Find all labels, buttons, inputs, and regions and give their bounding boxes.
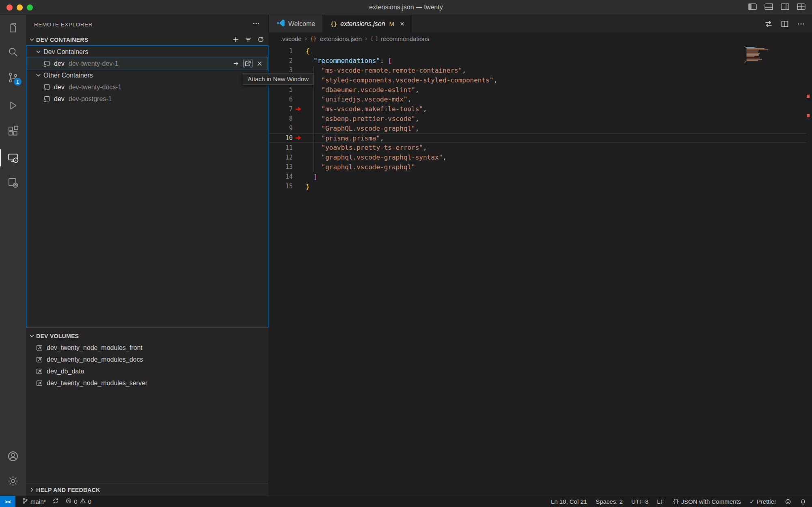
cursor-position-status[interactable]: Ln 10, Col 21 [551, 496, 587, 507]
explorer-icon[interactable] [7, 22, 19, 34]
open-changes-icon[interactable] [764, 19, 773, 28]
gutter [293, 123, 306, 133]
search-icon[interactable] [7, 46, 19, 58]
sync-changes-button[interactable] [52, 496, 59, 507]
code-text: "recommendations": [ [306, 57, 392, 65]
breadcrumb-file[interactable]: extensions.json [320, 35, 362, 42]
add-container-icon[interactable] [232, 36, 239, 43]
code-editor[interactable]: 1{2 "recommendations": [3 "ms-vscode-rem… [269, 45, 812, 496]
more-actions-icon[interactable] [797, 19, 806, 28]
code-line-11[interactable]: 11 "yoavbls.pretty-ts-errors", [269, 143, 806, 153]
container-item-dev-twenty-docs-1[interactable]: devdev-twenty-docs-1 [26, 81, 268, 93]
code-line-10[interactable]: 10 "prisma.prisma", [269, 133, 806, 143]
zoom-window-button[interactable] [27, 4, 33, 11]
tree-group-label: Dev Containers [43, 48, 88, 56]
accounts-icon[interactable] [7, 450, 19, 462]
eol-status[interactable]: LF [657, 496, 664, 507]
filter-icon[interactable] [245, 36, 252, 43]
tree-group-other-containers[interactable]: Other Containers [26, 69, 268, 81]
code-line-12[interactable]: 12 "graphql.vscode-graphql-syntax", [269, 153, 806, 162]
toggle-secondary-sidebar-icon[interactable] [780, 2, 790, 13]
code-line-13[interactable]: 13 "graphql.vscode-graphql" [269, 162, 806, 172]
problems-status[interactable]: 0 0 [65, 496, 91, 507]
settings-gear-icon[interactable] [7, 475, 19, 487]
line-number: 7 [269, 106, 293, 113]
sidebar-title: REMOTE EXPLORER [34, 22, 93, 28]
code-line-9[interactable]: 9 "GraphQL.vscode-graphql", [269, 123, 806, 133]
code-line-6[interactable]: 6 "unifiedjs.vscode-mdx", [269, 95, 806, 104]
section-help-and-feedback[interactable]: HELP AND FEEDBACK [26, 483, 268, 496]
minimize-window-button[interactable] [17, 4, 23, 11]
code-text: "dbaeumer.vscode-eslint", [306, 86, 419, 94]
indentation-label: Spaces: 2 [596, 498, 623, 505]
volume-item-dev_twenty_node_modules_front[interactable]: dev_twenty_node_modules_front [26, 342, 268, 354]
json-object-icon: {} [310, 36, 317, 42]
json-file-icon: {} [330, 21, 337, 27]
language-mode-status[interactable]: {} JSON with Comments [673, 496, 741, 507]
feedback-icon[interactable] [785, 496, 791, 507]
volume-item-dev_twenty_node_modules_server[interactable]: dev_twenty_node_modules_server [26, 377, 268, 389]
volume-item-dev_db_data[interactable]: dev_db_data [26, 365, 268, 377]
overview-ruler-mark [807, 95, 810, 98]
close-tab-icon[interactable]: × [400, 20, 404, 28]
run-debug-icon[interactable] [7, 99, 19, 112]
code-line-1[interactable]: 1{ [269, 46, 806, 56]
tab-bar: Welcome {} extensions.json M × [269, 15, 812, 32]
vscode-logo-icon [276, 19, 285, 29]
remote-indicator[interactable]: >< [0, 496, 15, 507]
source-control-icon[interactable]: 1 [7, 71, 19, 84]
attach-new-window-icon[interactable] [244, 59, 252, 68]
gutter [293, 153, 306, 162]
customize-layout-icon[interactable] [796, 2, 806, 13]
tab-label: Welcome [288, 20, 315, 28]
refresh-icon[interactable] [257, 36, 264, 43]
code-line-4[interactable]: 4 "styled-components.vscode-styled-compo… [269, 75, 806, 85]
line-number: 2 [269, 57, 293, 65]
chevron-down-icon [28, 332, 35, 339]
code-line-14[interactable]: 14 ] [269, 172, 806, 181]
code-line-3[interactable]: 3 "ms-vscode-remote.remote-containers", [269, 66, 806, 76]
minimap[interactable] [744, 45, 769, 65]
containers-icon[interactable] [7, 177, 19, 189]
split-editor-icon[interactable] [780, 19, 789, 28]
breadcrumb: .vscode › {} extensions.json › [ ] recom… [269, 32, 812, 45]
tab-extensions-json[interactable]: {} extensions.json M × [323, 15, 412, 32]
breadcrumb-symbol[interactable]: recommendations [381, 35, 429, 42]
code-line-7[interactable]: 7 "ms-vscode.makefile-tools", [269, 104, 806, 114]
volume-item-dev_twenty_node_modules_docs[interactable]: dev_twenty_node_modules_docs [26, 354, 268, 365]
section-dev-containers[interactable]: DEV CONTAINERS [26, 34, 268, 45]
code-text: "ms-vscode-remote.remote-containers", [306, 67, 466, 74]
close-window-button[interactable] [6, 4, 13, 11]
toggle-panel-icon[interactable] [764, 2, 774, 13]
container-item-dev-twenty-dev-1[interactable]: devdev-twenty-dev-1 [26, 58, 268, 69]
code-line-15[interactable]: 15} [269, 181, 806, 191]
volume-icon [36, 356, 43, 363]
notifications-bell-icon[interactable] [800, 496, 806, 507]
gutter [293, 56, 306, 66]
volume-name-label: dev_twenty_node_modules_server [47, 380, 147, 387]
code-line-8[interactable]: 8 "esbenp.prettier-vscode", [269, 114, 806, 124]
row-actions [232, 59, 268, 68]
more-actions-icon[interactable] [252, 19, 260, 29]
stop-container-icon[interactable] [255, 59, 264, 68]
git-branch-status[interactable]: main* [22, 496, 46, 507]
chevron-separator: › [305, 35, 307, 42]
tab-welcome[interactable]: Welcome [269, 15, 323, 32]
extensions-icon[interactable] [7, 125, 19, 137]
overview-ruler-mark [807, 114, 810, 117]
tree-group-dev-containers[interactable]: Dev Containers [26, 46, 268, 58]
breadcrumb-folder[interactable]: .vscode [281, 35, 302, 42]
toggle-primary-sidebar-icon[interactable] [747, 2, 758, 13]
remote-explorer-icon[interactable] [7, 152, 19, 164]
code-line-5[interactable]: 5 "dbaeumer.vscode-eslint", [269, 85, 806, 95]
container-item-dev-postgres-1[interactable]: devdev-postgres-1 [26, 93, 268, 105]
indentation-status[interactable]: Spaces: 2 [596, 496, 623, 507]
formatter-status[interactable]: ✓ Prettier [749, 496, 776, 507]
code-line-2[interactable]: 2 "recommendations": [ [269, 56, 806, 66]
code-text: "graphql.vscode-graphql-syntax", [306, 153, 447, 161]
encoding-status[interactable]: UTF-8 [631, 496, 649, 507]
volume-name-label: dev_twenty_node_modules_front [47, 344, 143, 352]
section-dev-volumes[interactable]: DEV VOLUMES [26, 330, 268, 342]
attach-container-icon[interactable] [232, 59, 240, 68]
section-title: HELP AND FEEDBACK [36, 487, 100, 493]
